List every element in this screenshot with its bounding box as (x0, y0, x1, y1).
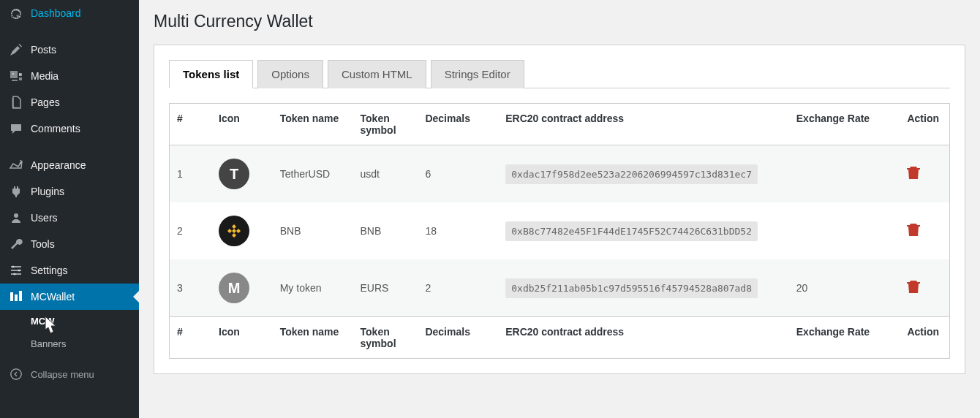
cell-icon (211, 202, 273, 259)
cell-address: 0xB8c77482e45F1F44dE1745F52C74426C631bDD… (498, 202, 789, 259)
sidebar-label: Plugins (31, 186, 64, 197)
svg-rect-5 (11, 273, 21, 275)
cell-symbol: BNB (353, 202, 418, 259)
delete-button[interactable] (907, 168, 920, 183)
collapse-icon (9, 367, 23, 381)
submenu-item-mcw[interactable]: MCW (0, 310, 139, 332)
sidebar-item-mcwallet[interactable]: MCWallet (0, 284, 139, 310)
header-address: ERC20 contract address (498, 104, 789, 145)
tab-custom-html[interactable]: Custom HTML (328, 60, 426, 88)
sidebar-item-pages[interactable]: Pages (0, 89, 139, 115)
sidebar-label: Settings (31, 265, 68, 276)
svg-rect-11 (19, 291, 22, 301)
admin-sidebar: Dashboard Posts Media Pages Comments App… (0, 0, 139, 418)
footer-icon: Icon (211, 317, 273, 359)
token-icon: M (219, 273, 249, 303)
cell-decimals: 6 (418, 145, 498, 203)
sidebar-item-users[interactable]: Users (0, 205, 139, 231)
media-icon (9, 69, 23, 83)
cell-name: My token (273, 259, 353, 317)
pages-icon (9, 95, 23, 110)
table-footer-row: # Icon Token name Token symbol Decimals … (170, 317, 950, 359)
sidebar-label: Posts (31, 44, 56, 56)
footer-address: ERC20 contract address (498, 317, 789, 359)
svg-rect-10 (15, 294, 18, 301)
sidebar-label: Users (31, 212, 58, 224)
footer-symbol: Token symbol (353, 317, 418, 359)
collapse-label: Collapse menu (31, 369, 94, 380)
sidebar-label: MCWallet (31, 291, 75, 303)
footer-num: # (170, 317, 212, 359)
tokens-table: # Icon Token name Token symbol Decimals … (169, 103, 950, 359)
cell-num: 1 (170, 145, 212, 203)
svg-point-7 (18, 269, 20, 271)
sidebar-item-dashboard[interactable]: Dashboard (0, 0, 139, 26)
footer-name: Token name (273, 317, 353, 359)
header-action: Action (900, 104, 949, 145)
main-content: Multi Currency Wallet Tokens list Option… (139, 0, 980, 418)
token-icon: T (219, 159, 249, 189)
submenu-item-banners[interactable]: Banners (0, 332, 139, 355)
sidebar-item-posts[interactable]: Posts (0, 37, 139, 63)
sidebar-item-plugins[interactable]: Plugins (0, 178, 139, 205)
sidebar-label: Pages (31, 96, 60, 108)
cell-action (900, 259, 949, 317)
page-title: Multi Currency Wallet (154, 12, 965, 31)
header-name: Token name (273, 104, 353, 145)
footer-decimals: Decimals (418, 317, 498, 359)
svg-point-8 (13, 273, 15, 275)
cell-name: BNB (273, 202, 353, 259)
header-decimals: Decimals (418, 104, 498, 145)
delete-button[interactable] (907, 225, 920, 240)
cell-action (900, 202, 949, 259)
cell-action (900, 145, 949, 203)
cell-num: 2 (170, 202, 212, 259)
cell-icon: M (211, 259, 273, 317)
cell-symbol: usdt (353, 145, 418, 203)
delete-button[interactable] (907, 282, 920, 297)
sidebar-label: Dashboard (31, 7, 81, 19)
contract-address: 0xdac17f958d2ee523a2206206994597c13d831e… (505, 164, 758, 184)
sidebar-label: Tools (31, 238, 55, 250)
mcwallet-icon (9, 289, 23, 304)
svg-rect-9 (10, 292, 13, 301)
contract-address: 0xdb25f211ab05b1c97d595516f45794528a807a… (505, 278, 758, 298)
collapse-menu[interactable]: Collapse menu (0, 360, 139, 389)
tab-options[interactable]: Options (257, 60, 323, 88)
svg-point-12 (11, 369, 21, 379)
contract-address: 0xB8c77482e45F1F44dE1745F52C74426C631bDD… (505, 221, 758, 241)
header-num: # (170, 104, 212, 145)
sidebar-item-tools[interactable]: Tools (0, 231, 139, 257)
cell-rate (789, 145, 900, 203)
cell-decimals: 18 (418, 202, 498, 259)
cell-icon: T (211, 145, 273, 203)
sidebar-item-comments[interactable]: Comments (0, 115, 139, 142)
tab-tokens-list[interactable]: Tokens list (169, 60, 253, 88)
header-symbol: Token symbol (353, 104, 418, 145)
appearance-icon (9, 158, 23, 172)
sidebar-item-settings[interactable]: Settings (0, 257, 139, 284)
main-panel: Tokens list Options Custom HTML Strings … (154, 45, 965, 374)
cell-address: 0xdac17f958d2ee523a2206206994597c13d831e… (498, 145, 789, 203)
tab-nav: Tokens list Options Custom HTML Strings … (169, 60, 950, 88)
svg-point-1 (12, 73, 14, 75)
cell-rate (789, 202, 900, 259)
footer-rate: Exchange Rate (789, 317, 900, 359)
cell-rate: 20 (789, 259, 900, 317)
table-header-row: # Icon Token name Token symbol Decimals … (170, 104, 950, 145)
sidebar-item-media[interactable]: Media (0, 63, 139, 89)
table-row: 1 T TetherUSD usdt 6 0xdac17f958d2ee523a… (170, 145, 950, 203)
footer-action: Action (900, 317, 949, 359)
sidebar-item-appearance[interactable]: Appearance (0, 152, 139, 178)
cell-name: TetherUSD (273, 145, 353, 203)
cell-num: 3 (170, 259, 212, 317)
dashboard-icon (9, 6, 23, 20)
svg-point-6 (12, 265, 14, 267)
table-row: 2 BNB BNB 18 0xB8c77482e45F1F44dE1745F52… (170, 202, 950, 259)
table-row: 3 M My token EURS 2 0xdb25f211ab05b1c97d… (170, 259, 950, 317)
sidebar-label: Appearance (31, 159, 86, 171)
cell-decimals: 2 (418, 259, 498, 317)
tab-strings-editor[interactable]: Strings Editor (431, 60, 524, 88)
cell-address: 0xdb25f211ab05b1c97d595516f45794528a807a… (498, 259, 789, 317)
sidebar-label: Comments (31, 123, 80, 134)
